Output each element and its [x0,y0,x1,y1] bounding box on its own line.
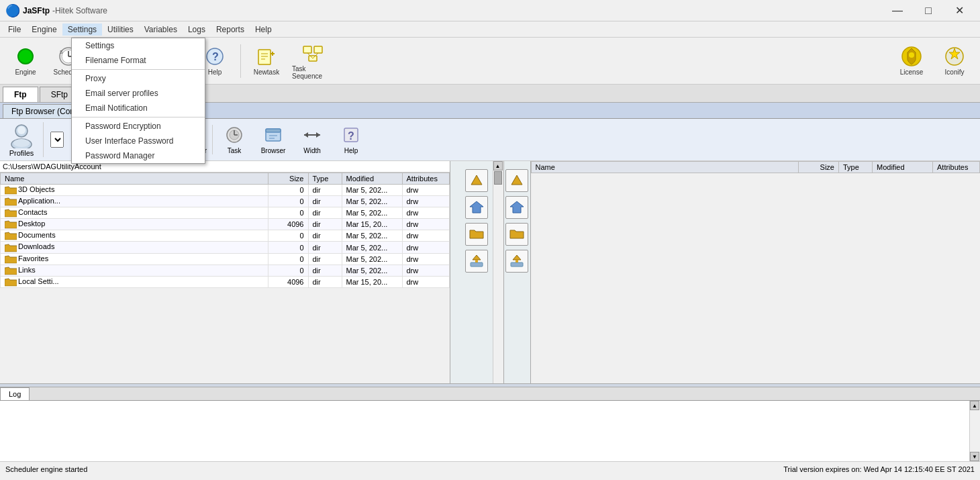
nav-home-left-button[interactable] [465,196,488,219]
iconify-icon [944,46,965,67]
right-col-modified[interactable]: Modified [873,162,933,173]
task-label: Task [228,147,242,154]
browser-button[interactable]: Browser [254,122,292,158]
license-button[interactable]: License [891,41,932,81]
menu-utilities[interactable]: Utilities [102,23,139,36]
help-conn-label: Help [344,147,358,154]
nav-download-left-button[interactable] [465,250,488,273]
left-scrollbar[interactable]: ▲ [493,161,503,383]
tab-ftp[interactable]: Ftp [3,87,38,102]
col-modified[interactable]: Modified [342,173,402,185]
status-bar: Scheduler engine started Trial version e… [0,461,980,476]
right-col-type[interactable]: Type [839,162,873,173]
svg-rect-55 [475,260,478,262]
nav-up-right-button[interactable] [505,169,528,192]
app-title: JaSFtp [23,6,50,15]
iconify-button[interactable]: Iconify [934,41,975,81]
col-type[interactable]: Type [308,173,342,185]
task-icon [225,126,244,146]
app-icon: 🔵 [5,3,20,18]
profiles-section: Profiles [5,122,44,157]
left-file-row[interactable]: Downloads 0 dir Mar 5, 202... drw [1,242,450,253]
close-button[interactable]: ✕ [944,0,975,21]
task-sequence-button[interactable]: Task Sequence [289,41,336,81]
col-size[interactable]: Size [268,173,308,185]
title-bar: 🔵 JaSFtp - Hitek Software — □ ✕ [0,0,980,21]
folder-icon [5,243,17,252]
menu-file[interactable]: File [3,23,26,36]
left-file-table-container[interactable]: Name Size Type Modified Attributes [0,173,450,383]
task-sequence-icon [302,42,324,64]
menu-item-proxy[interactable]: Proxy [72,71,205,86]
right-col-name[interactable]: Name [531,162,799,173]
nav-folder-right-button[interactable] [505,223,528,246]
help-conn-button[interactable]: ? Help [332,122,370,158]
width-label: Width [303,147,321,154]
menu-logs[interactable]: Logs [183,23,211,36]
menu-item-settings[interactable]: Settings [72,38,205,53]
task-button[interactable]: Task [215,122,253,158]
menu-help[interactable]: Help [250,23,277,36]
folder-icon [5,220,17,229]
log-scroll-down[interactable]: ▼ [970,452,979,461]
log-scroll-track [970,410,980,452]
right-file-panel: Name Size Type Modified Attributes [531,161,981,383]
path-bar: C:\Users\WDAGUtilityAccount [0,161,450,173]
left-file-row[interactable]: Application... 0 dir Mar 5, 202... drw [1,196,450,207]
nav-folder-left-button[interactable] [465,223,488,246]
right-col-size[interactable]: Size [799,162,839,173]
engine-button[interactable]: Engine [5,41,46,81]
right-file-table: Name Size Type Modified Attributes [531,161,981,173]
maximize-button[interactable]: □ [913,0,944,21]
left-file-row[interactable]: Desktop 4096 dir Mar 15, 20... drw [1,219,450,230]
engine-icon [15,46,36,67]
log-scrollbar[interactable]: ▲ ▼ [969,401,980,461]
menu-settings[interactable]: Settings [62,23,102,36]
nav-upload-right-button[interactable] [505,250,528,273]
log-tab[interactable]: Log [0,387,30,400]
right-file-table-container[interactable]: Name Size Type Modified Attributes [531,161,981,383]
dropdown-separator-1 [72,69,205,70]
svg-marker-56 [511,175,522,185]
width-button[interactable]: Width [293,122,331,158]
menu-item-email-notification[interactable]: Email Notification [72,101,205,115]
status-right: Trial version expires on: Wed Apr 14 12:… [783,465,975,473]
menu-item-email-profiles[interactable]: Email server profiles [72,86,205,101]
folder-icon [5,197,17,206]
menu-item-ui-password[interactable]: User Interface Password [72,134,205,148]
menu-variables[interactable]: Variables [139,23,183,36]
left-file-row[interactable]: Favorites 0 dir Mar 5, 202... drw [1,253,450,265]
dropdown-separator-2 [72,117,205,117]
left-file-row[interactable]: Local Setti... 4096 dir Mar 15, 20... dr… [1,276,450,287]
svg-marker-57 [510,201,524,213]
svg-point-29 [13,139,30,147]
engine-label: Engine [15,68,36,76]
log-tab-bar: Log [0,387,980,401]
menu-item-password-encryption[interactable]: Password Encryption [72,119,205,134]
left-file-row[interactable]: 3D Objects 0 dir Mar 5, 202... drw [1,185,450,196]
nav-home-right-button[interactable] [505,196,528,219]
nav-up-left-button[interactable] [465,169,488,192]
left-file-row[interactable]: Links 0 dir Mar 5, 202... drw [1,265,450,276]
svg-marker-52 [470,201,483,213]
col-attributes[interactable]: Attributes [402,173,449,185]
scroll-up-btn[interactable]: ▲ [493,161,503,171]
newtask-button[interactable]: Newtask [246,41,287,81]
svg-rect-12 [258,50,271,64]
profile-select[interactable] [50,132,64,148]
menu-item-filename-format[interactable]: Filename Format [72,53,205,68]
left-file-row[interactable]: Documents 0 dir Mar 5, 202... drw [1,230,450,242]
left-file-row[interactable]: Contacts 0 dir Mar 5, 202... drw [1,207,450,219]
menu-item-password-manager[interactable]: Password Manager [72,148,205,163]
menu-reports[interactable]: Reports [211,23,250,36]
log-scroll-up[interactable]: ▲ [970,401,979,410]
help-toolbar-icon: ? [204,46,226,67]
col-name[interactable]: Name [1,173,268,185]
profiles-dropdown [50,132,64,148]
log-area: Log ▲ ▼ [0,387,980,461]
minimize-button[interactable]: — [882,0,913,21]
conn-sep-2 [212,125,213,154]
folder-icon [5,277,17,287]
menu-engine[interactable]: Engine [26,23,62,36]
right-col-attributes[interactable]: Attributes [933,162,980,173]
